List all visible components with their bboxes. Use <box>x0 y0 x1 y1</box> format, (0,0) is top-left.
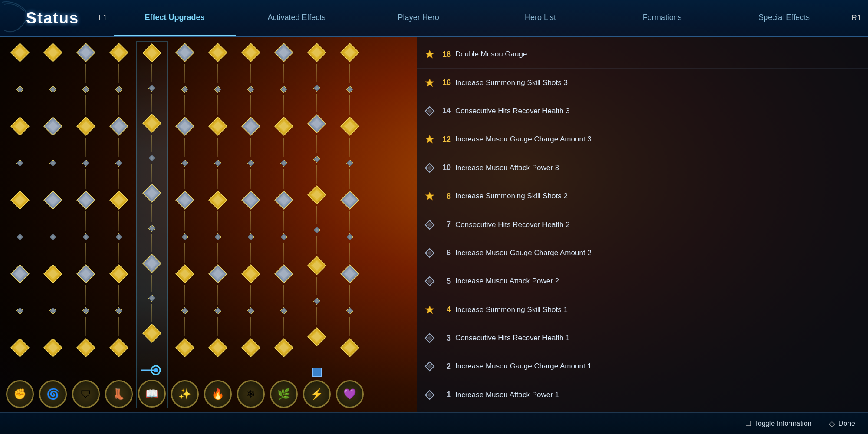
tab-effect-upgrades[interactable]: Effect Upgrades <box>114 0 236 36</box>
connector-3-6 <box>118 285 119 305</box>
tab-formations[interactable]: Formations <box>601 0 723 36</box>
small-diamond-3-1 <box>115 159 123 168</box>
connector-3-7 <box>118 317 119 336</box>
diamond-node-top-0 <box>10 43 30 62</box>
diamond-node-0-1 <box>10 116 30 136</box>
diamond-node-3-2 <box>109 190 129 210</box>
connector-9-7 <box>316 307 317 326</box>
effect-name-11: Increase Musou Gauge Charge Amount 1 <box>455 362 592 371</box>
skill-column-4[interactable]: 📖 <box>136 41 168 408</box>
connector-3-2 <box>118 138 119 157</box>
col-bottom-icon-3[interactable]: 👢 <box>105 380 133 408</box>
page-title: Status <box>26 9 79 27</box>
connector-6-7 <box>217 317 218 336</box>
small-diamond-6-3 <box>214 306 222 315</box>
tab-special-effects[interactable]: Special Effects <box>723 0 845 36</box>
diamond-node-8-3 <box>274 264 294 284</box>
skill-column-2[interactable]: 🛡 <box>70 41 102 408</box>
connector-8-0 <box>283 64 284 83</box>
arrow-indicator-4 <box>141 364 163 376</box>
toggle-info-label[interactable]: Toggle Information <box>754 420 812 427</box>
skill-column-10[interactable]: 💜 <box>334 41 365 408</box>
connector-5-4 <box>184 211 185 231</box>
col-bottom-icon-4[interactable]: 📖 <box>138 380 166 408</box>
connector-1-7 <box>53 317 53 336</box>
diamond-node-1-1 <box>43 116 63 136</box>
done-item: ◇ Done <box>829 419 855 428</box>
small-diamond-10-3 <box>345 306 354 315</box>
small-diamond-6-2 <box>214 233 222 241</box>
effect-icon-3 <box>424 133 436 145</box>
connector-4-2 <box>151 135 152 152</box>
effect-row: 6 Increase Musou Gauge Charge Amount 2 <box>417 239 868 267</box>
svg-marker-274 <box>427 364 432 369</box>
col-bottom-icon-9[interactable]: ⚡ <box>303 380 331 408</box>
diamond-node-4-4 <box>142 323 162 343</box>
col-bottom-icon-6[interactable]: 🔥 <box>204 380 232 408</box>
effect-number-10: 3 <box>440 334 451 343</box>
skill-column-5[interactable]: ✨ <box>169 41 201 408</box>
effect-icon-7 <box>424 247 436 259</box>
connector-7-0 <box>250 64 251 83</box>
connector-9-0 <box>316 64 317 82</box>
connector-1-5 <box>53 243 53 263</box>
col-icon-2: 🛡 <box>81 388 91 400</box>
effect-number-0: 18 <box>440 50 451 59</box>
small-diamond-1-1 <box>49 159 57 168</box>
col-bottom-icon-7[interactable]: ❄ <box>237 380 265 408</box>
skill-column-7[interactable]: ❄ <box>235 41 266 408</box>
col-bottom-icon-0[interactable]: ✊ <box>6 380 34 408</box>
tab-activated-effects[interactable]: Activated Effects <box>236 0 358 36</box>
small-diamond-7-0 <box>247 85 255 94</box>
svg-marker-260 <box>425 135 434 143</box>
effect-icon-10 <box>424 332 436 344</box>
skill-column-0[interactable]: ✊ <box>4 41 36 408</box>
svg-marker-269 <box>427 279 432 284</box>
skill-column-6[interactable]: 🔥 <box>202 41 233 408</box>
diamond-node-9-2 <box>307 185 327 205</box>
connector-10-7 <box>349 317 350 336</box>
col-bottom-icon-1[interactable]: 🌀 <box>39 380 67 408</box>
diamond-node-7-4 <box>241 338 261 358</box>
footer: □ Toggle Information ◇ Done <box>0 412 868 434</box>
skill-column-1[interactable]: 🌀 <box>37 41 69 408</box>
col-bottom-icon-2[interactable]: 🛡 <box>72 380 100 408</box>
tab-hero-list[interactable]: Hero List <box>480 0 602 36</box>
connector-0-4 <box>20 211 20 231</box>
col-icon-0: ✊ <box>13 388 26 400</box>
col-icon-1: 🌀 <box>46 388 59 400</box>
skill-column-9[interactable]: ⚡ <box>301 41 332 408</box>
connector-7-6 <box>250 285 251 305</box>
skill-column-8[interactable]: 🌿 <box>268 41 299 408</box>
effect-icon-4 <box>424 162 436 174</box>
col-icon-6: 🔥 <box>211 388 224 400</box>
small-diamond-4-3 <box>148 294 156 302</box>
connector-9-1 <box>316 94 317 112</box>
diamond-node-5-2 <box>175 190 195 210</box>
l1-badge: L1 <box>92 13 114 23</box>
effect-number-11: 2 <box>440 362 451 371</box>
diamond-node-4-1 <box>142 113 162 133</box>
effect-name-8: Increase Musou Attack Power 2 <box>455 277 559 286</box>
col-bottom-icon-5[interactable]: ✨ <box>171 380 199 408</box>
diamond-node-9-1 <box>307 114 327 134</box>
connector-7-5 <box>250 243 251 263</box>
diamond-node-5-4 <box>175 338 195 358</box>
effect-icon-9 <box>424 304 436 316</box>
col-bottom-icon-8[interactable]: 🌿 <box>270 380 298 408</box>
diamond-node-top-8 <box>274 43 294 62</box>
col-bottom-icon-10[interactable]: 💜 <box>336 380 364 408</box>
skill-column-3[interactable]: 👢 <box>103 41 135 408</box>
connector-10-0 <box>349 64 350 83</box>
connector-1-2 <box>53 138 53 157</box>
svg-marker-267 <box>427 250 432 256</box>
diamond-node-0-2 <box>10 190 30 210</box>
toggle-info-item: □ Toggle Information <box>746 419 812 428</box>
small-diamond-8-1 <box>279 159 288 168</box>
diamond-node-9-3 <box>307 256 327 276</box>
done-label[interactable]: Done <box>838 420 855 427</box>
connector-6-2 <box>217 138 218 157</box>
effects-panel: 18 Double Musou Gauge 16 Increase Summon… <box>417 37 868 412</box>
diamond-node-0-3 <box>10 264 30 284</box>
tab-player-hero[interactable]: Player Hero <box>358 0 480 36</box>
